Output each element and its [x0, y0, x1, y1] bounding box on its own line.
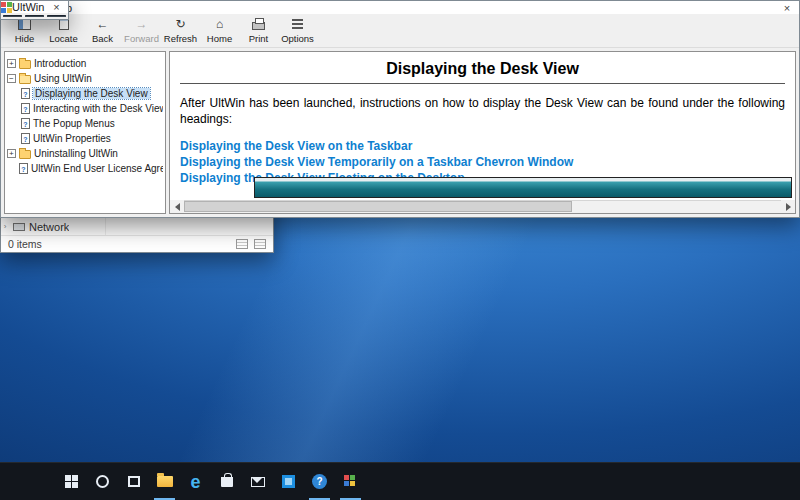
link-desk-view-taskbar[interactable]: Displaying the Desk View on the Taskbar [180, 139, 785, 154]
windows-logo-icon [65, 475, 78, 488]
monitor-preview-3[interactable] [47, 15, 66, 17]
mail-button[interactable] [242, 463, 273, 500]
tree-item-popup-menus[interactable]: The Popup Menus [7, 116, 163, 131]
item-count: 0 items [8, 238, 42, 250]
help-contents-tree: + Introduction − Using UltWin Displaying… [4, 51, 166, 214]
start-button[interactable] [56, 463, 87, 500]
details-view-icon[interactable] [236, 239, 248, 249]
window-title: UltWin [12, 1, 44, 13]
options-button[interactable]: Options [279, 14, 316, 47]
help-page-icon [19, 163, 28, 174]
tree-item-using-ultwin[interactable]: − Using UltWin [7, 71, 163, 86]
help-topic-pane: Displaying the Desk View After UltWin ha… [169, 51, 796, 214]
monitor-preview-2[interactable]: A ? [25, 15, 44, 17]
help-page-icon [21, 118, 30, 129]
store-bag-icon [221, 477, 233, 487]
collapse-toggle[interactable]: − [7, 74, 16, 83]
forward-icon: → [136, 18, 148, 31]
task-view-button[interactable] [118, 463, 149, 500]
help-page-icon [21, 88, 30, 99]
photos-icon [282, 475, 295, 488]
tree-item-introduction[interactable]: + Introduction [7, 56, 163, 71]
task-view-icon [128, 476, 140, 487]
home-icon: ⌂ [216, 18, 223, 31]
tree-item-displaying-desk-view[interactable]: Displaying the Desk View [7, 86, 163, 101]
desk-view: ⊘ A ? [3, 15, 66, 17]
expander-icon[interactable]: › [1, 222, 9, 231]
edge-icon: e [190, 473, 200, 491]
book-icon [19, 60, 31, 69]
topic-heading: Displaying the Desk View [180, 60, 785, 78]
edge-button[interactable]: e [180, 463, 211, 500]
folder-icon [157, 476, 173, 487]
ultwin-app-icon [1, 2, 12, 13]
store-button[interactable] [211, 463, 242, 500]
photos-button[interactable] [273, 463, 304, 500]
open-book-icon [19, 75, 31, 84]
help-page-icon [21, 103, 30, 114]
ultwin-window: UltWin × ⊘ A [0, 0, 69, 20]
scrollbar-thumb[interactable] [184, 201, 572, 212]
help-icon: ? [312, 474, 327, 489]
help-window: ? UltWin Help × Hide Locate ← Back → For… [0, 0, 800, 218]
thumbnails-view-icon[interactable] [254, 239, 266, 249]
search-icon [96, 475, 109, 488]
back-button[interactable]: ← Back [84, 14, 121, 47]
desktop: ⌄ Recycle Bin Recycle Bin Tools – □ × Fi… [0, 0, 800, 500]
print-button[interactable]: Print [240, 14, 277, 47]
network-icon [13, 223, 25, 231]
home-button[interactable]: ⌂ Home [201, 14, 238, 47]
divider [180, 83, 785, 84]
ultwin-grid-icon [344, 475, 357, 488]
back-icon: ← [97, 18, 109, 31]
expand-toggle[interactable]: + [7, 149, 16, 158]
taskbar: e ? [0, 462, 800, 500]
ultwin-app-button[interactable] [335, 463, 366, 500]
mail-icon [251, 477, 265, 487]
link-desk-view-chevron-window[interactable]: Displaying the Desk View Temporarily on … [180, 155, 785, 170]
expand-toggle[interactable]: + [7, 59, 16, 68]
tree-item-interacting-desk-view[interactable]: Interacting with the Desk View [7, 101, 163, 116]
help-toolbar: Hide Locate ← Back → Forward ↻ Refresh ⌂… [1, 14, 799, 48]
search-button[interactable] [87, 463, 118, 500]
topic-paragraph: After UltWin has been launched, instruct… [180, 96, 785, 128]
help-app-button[interactable]: ? [304, 463, 335, 500]
help-page-icon [21, 133, 30, 144]
status-bar: 0 items [1, 235, 273, 252]
help-titlebar[interactable]: ? UltWin Help × [1, 1, 799, 14]
sidebar-item-network[interactable]: › Network [1, 218, 105, 235]
book-icon [19, 150, 31, 159]
close-button[interactable]: × [44, 1, 68, 13]
scroll-left-button[interactable] [170, 200, 184, 213]
refresh-button[interactable]: ↻ Refresh [162, 14, 199, 47]
tree-item-uninstalling-ultwin[interactable]: + Uninstalling UltWin [7, 146, 163, 161]
refresh-icon: ↻ [175, 18, 185, 31]
topic-screenshot-image [254, 177, 792, 198]
forward-button[interactable]: → Forward [123, 14, 160, 47]
tree-item-license-agreement[interactable]: UltWin End User License Agreement [7, 161, 163, 176]
ultwin-titlebar[interactable]: UltWin × [1, 1, 68, 13]
scroll-right-button[interactable] [781, 200, 795, 213]
monitor-preview-1[interactable]: ⊘ [3, 15, 22, 17]
options-icon [292, 19, 303, 21]
tree-item-ultwin-properties[interactable]: UltWin Properties [7, 131, 163, 146]
horizontal-scrollbar[interactable] [170, 200, 795, 213]
hide-icon [18, 19, 31, 30]
close-button[interactable]: × [775, 2, 799, 14]
file-explorer-button[interactable] [149, 463, 180, 500]
printer-icon [252, 22, 265, 30]
